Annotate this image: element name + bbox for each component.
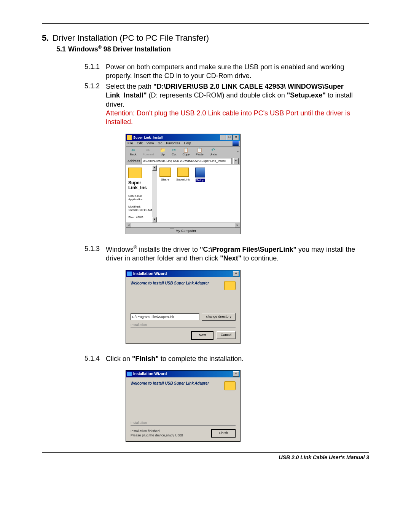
- selected-file-type: Application: [128, 198, 155, 201]
- cut-button[interactable]: ✂Cut: [169, 147, 178, 156]
- folder-icon: [127, 135, 132, 140]
- close-button[interactable]: ×: [233, 271, 239, 276]
- scroll-right-icon[interactable]: ►: [235, 223, 240, 227]
- minimize-button[interactable]: _: [220, 135, 226, 140]
- scroll-left-icon[interactable]: ◄: [126, 223, 131, 227]
- explorer-titlebar[interactable]: Super Link_Install _ □ ×: [126, 134, 240, 141]
- menu-go[interactable]: Go: [158, 141, 162, 146]
- paste-icon: 📋: [197, 147, 202, 153]
- menu-edit[interactable]: Edit: [137, 141, 143, 146]
- menu-favorites[interactable]: Favorites: [166, 141, 180, 146]
- menu-file[interactable]: File: [127, 141, 133, 146]
- wizard1-title: Installation Wizard: [133, 272, 167, 276]
- step-text: Power on both computers and make sure th…: [106, 63, 369, 81]
- section-heading: 5. Driver Installation (PC to PC File Tr…: [42, 33, 369, 43]
- computer-icon: [170, 228, 174, 233]
- wizard-icon: [127, 272, 132, 276]
- divider: [131, 328, 236, 328]
- step-511: 5.1.1 Power on both computers and make s…: [84, 63, 369, 81]
- wizard1-titlebar[interactable]: Installation Wizard ×: [126, 270, 240, 277]
- wizard2-titlebar[interactable]: Installation Wizard ×: [126, 371, 240, 377]
- usb-icon: [224, 281, 236, 290]
- explorer-body: Super Link_Ins Setup.exe Application Mod…: [126, 165, 240, 222]
- left-info-panel: Super Link_Ins Setup.exe Application Mod…: [126, 165, 157, 222]
- status-bar: My Computer: [126, 227, 240, 234]
- window-title: Super Link_Install: [133, 136, 163, 139]
- status-text: My Computer: [175, 229, 196, 233]
- wizard2-screenshot: Installation Wizard × Welcome to install…: [126, 370, 369, 442]
- back-button[interactable]: ⇦Back: [127, 147, 139, 156]
- step-text: Windows® installs the driver to "C:\Prog…: [106, 245, 369, 263]
- wizard1-screenshot: Installation Wizard × Welcome to install…: [126, 270, 369, 344]
- up-button[interactable]: 📁Up: [158, 147, 168, 156]
- footer-rule: [42, 452, 369, 453]
- up-folder-icon: 📁: [160, 147, 166, 153]
- divider: [131, 425, 236, 426]
- undo-button[interactable]: ↶Undo: [207, 147, 219, 156]
- explorer-window: Super Link_Install _ □ × File Edit View …: [126, 134, 241, 234]
- modified-value: 1/22/03 10:11 AM: [128, 208, 155, 212]
- left-scrollbar[interactable]: ▲ ▼: [152, 165, 157, 222]
- install-path-input[interactable]: C:\Program Files\SuperLink: [131, 313, 199, 320]
- menu-view[interactable]: View: [147, 141, 154, 146]
- forward-arrow-icon: ⇨: [146, 147, 150, 153]
- step-514-block: 5.1.4 Click on "Finish" to complete the …: [84, 355, 369, 363]
- scroll-up-icon[interactable]: ▲: [152, 165, 157, 171]
- size-value: Size: 48KB: [128, 216, 155, 219]
- folder-icon: [177, 168, 189, 177]
- menu-help[interactable]: Help: [184, 141, 191, 146]
- next-button[interactable]: Next: [191, 331, 213, 340]
- paste-button[interactable]: 📋Paste: [193, 147, 206, 156]
- wizard1-window: Installation Wizard × Welcome to install…: [126, 270, 241, 344]
- close-button[interactable]: ×: [233, 135, 239, 140]
- address-label: Address: [127, 159, 140, 163]
- folder-icon: [159, 168, 171, 177]
- change-directory-button[interactable]: change directory: [202, 313, 236, 321]
- step-text: Select the path "D:\DRIVER\USB 2.0 LINK …: [106, 82, 369, 127]
- menubar: File Edit View Go Favorites Help: [126, 141, 240, 147]
- warning-text: Attention: Don't plug the USB 2.0 Link c…: [106, 109, 350, 126]
- section-title: Driver Installation (PC to PC File Trans…: [53, 33, 209, 43]
- step-number: 5.1.1: [84, 63, 106, 81]
- address-input[interactable]: D:\DRIVER\Multi-Linq USB 2.0\WINDOWS\Sup…: [142, 158, 232, 164]
- step-513: 5.1.3 Windows® installs the driver to "C…: [84, 245, 369, 263]
- file-item-setup[interactable]: Setup: [195, 168, 205, 182]
- folder-item-share[interactable]: Share: [159, 168, 171, 181]
- toolbar-overflow-icon[interactable]: »: [237, 150, 239, 153]
- copy-button[interactable]: 📋Copy: [180, 147, 192, 156]
- undo-icon: ↶: [211, 147, 215, 153]
- wizard2-welcome: Welcome to install USB Super Link Adapte…: [131, 381, 236, 390]
- usb-icon: [224, 381, 236, 390]
- close-button[interactable]: ×: [233, 371, 239, 377]
- scroll-down-icon[interactable]: ▼: [152, 217, 157, 222]
- ie-logo-icon: [233, 141, 239, 146]
- forward-button[interactable]: ⇨Forward: [140, 147, 156, 156]
- modified-label: Modified:: [128, 205, 155, 208]
- group-label: Installation: [131, 323, 236, 327]
- folder-large-icon: [128, 168, 142, 178]
- back-arrow-icon: ⇦: [131, 147, 135, 153]
- horizontal-scrollbar[interactable]: ◄ ►: [126, 222, 240, 227]
- finish-button[interactable]: Finish: [211, 429, 236, 438]
- page-footer: USB 2.0 Link Cable User's Manual 3: [42, 454, 369, 460]
- install-status: Installation finished. Please plug the d…: [131, 429, 183, 438]
- selected-file-name: Setup.exe: [128, 194, 155, 198]
- address-dropdown-button[interactable]: ▼: [233, 158, 239, 164]
- wizard2-title: Installation Wizard: [133, 372, 167, 376]
- top-rule: [42, 23, 369, 24]
- step-514: 5.1.4 Click on "Finish" to complete the …: [84, 355, 369, 363]
- cancel-button[interactable]: Cancel: [217, 331, 236, 339]
- step-number: 5.1.4: [84, 355, 106, 363]
- group-label: Installation: [131, 421, 236, 425]
- file-list-panel[interactable]: Share SuperLink Setup: [157, 165, 240, 222]
- subsection-title: Windows® 98 Driver Installation: [68, 45, 171, 53]
- step-number: 5.1.2: [84, 82, 106, 127]
- maximize-button[interactable]: □: [226, 135, 233, 140]
- wizard2-window: Installation Wizard × Welcome to install…: [126, 370, 241, 442]
- explorer-screenshot: Super Link_Install _ □ × File Edit View …: [126, 134, 369, 234]
- wizard-icon: [127, 372, 132, 376]
- wizard1-welcome: Welcome to install USB Super Link Adapte…: [131, 281, 236, 290]
- registered-icon: ®: [134, 245, 137, 250]
- step-number: 5.1.3: [84, 245, 106, 263]
- folder-item-superlink[interactable]: SuperLink: [176, 168, 190, 181]
